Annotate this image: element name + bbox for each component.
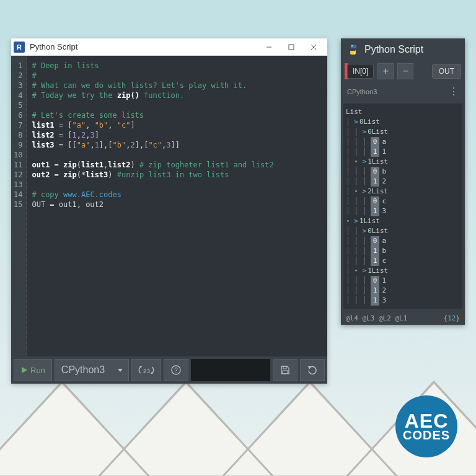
minimize-button[interactable]	[258, 40, 280, 55]
line-gutter: 123456789101112131415	[11, 56, 27, 356]
line-number: 11	[14, 160, 22, 170]
svg-point-20	[354, 53, 355, 54]
tree-row[interactable]: │ │ │ 1c	[346, 256, 460, 266]
tree-row[interactable]: │ │ │ 01	[346, 276, 460, 286]
tree-row[interactable]: │ │ │ 12	[346, 286, 460, 296]
tree-row[interactable]: │ │ │ 12	[346, 177, 460, 187]
tree-row[interactable]: │ │ │ 1b	[346, 246, 460, 256]
code-line[interactable]: # What can we do with lists? Let's play …	[32, 81, 322, 90]
svg-marker-18	[308, 366, 311, 369]
tree-row[interactable]: │ │ > 0 List	[346, 127, 460, 137]
line-number: 14	[14, 190, 22, 200]
code-line[interactable]: list2 = [1,2,3]	[32, 130, 322, 140]
output-port[interactable]: OUT	[432, 64, 461, 79]
code-line[interactable]	[32, 100, 322, 110]
tree-row[interactable]: │ │ │ 13	[346, 296, 460, 306]
logo-line1: AEC	[405, 412, 449, 430]
line-number: 2	[14, 71, 22, 81]
code-line[interactable]	[32, 150, 322, 160]
svg-rect-5	[289, 45, 294, 50]
code-line[interactable]	[32, 180, 322, 190]
code-line[interactable]: # Let's create some lists	[32, 110, 322, 120]
tree-row[interactable]: │ │ > 0 List	[346, 226, 460, 236]
code-line[interactable]: # Today we try the zip() function.	[32, 90, 322, 100]
svg-rect-17	[283, 371, 288, 374]
engine-select[interactable]: CPython3	[55, 359, 129, 381]
undo-icon	[307, 364, 318, 376]
editor-toolbar: Run CPython3 2 3 ?	[11, 356, 327, 384]
convert-icon: 2 3	[138, 365, 154, 375]
engine-label: CPython3	[61, 364, 105, 376]
run-button[interactable]: Run	[14, 359, 52, 381]
help-icon: ?	[170, 364, 182, 376]
tree-row[interactable]: │ │ │ 13	[346, 206, 460, 216]
tree-row[interactable]: │ │ │ 0c	[346, 196, 460, 206]
tree-row[interactable]: │ │ │ 0a	[346, 137, 460, 147]
dynamo-node-panel: Python Script IN[0] + − OUT CPython3 ⋮ L…	[341, 38, 465, 325]
line-number: 12	[14, 170, 22, 180]
code-line[interactable]: #	[32, 71, 322, 81]
toolbar-spacer	[191, 359, 270, 381]
code-line[interactable]: out2 = zip(*list3) #unzip list3 in two l…	[32, 170, 322, 180]
titlebar[interactable]: R Python Script	[11, 38, 327, 56]
tree-row[interactable]: │ • > 1 List	[346, 157, 460, 167]
save-button[interactable]	[273, 359, 298, 381]
tree-row[interactable]: • > 1 List	[346, 216, 460, 226]
code-line[interactable]: # Deep in lists	[32, 61, 322, 71]
line-number: 10	[14, 150, 22, 160]
line-number: 6	[14, 110, 22, 120]
input-port-label: IN[0]	[347, 64, 374, 79]
svg-text:3: 3	[147, 368, 150, 374]
code-content[interactable]: # Deep in lists## What can we do with li…	[27, 56, 327, 356]
svg-text:2: 2	[143, 368, 146, 374]
save-icon	[280, 364, 291, 376]
help-button[interactable]: ?	[164, 359, 188, 381]
svg-text:?: ?	[174, 367, 178, 374]
line-number: 5	[14, 100, 22, 110]
revert-button[interactable]	[300, 359, 325, 381]
line-number: 1	[14, 61, 22, 71]
svg-marker-8	[22, 367, 27, 373]
code-line[interactable]: # copy www.AEC.codes	[32, 190, 322, 200]
svg-point-19	[351, 45, 353, 46]
status-count: {12}	[444, 314, 461, 322]
output-tree[interactable]: List│ > 0 List│ │ > 0 List│ │ │ 0a│ │ │ …	[343, 104, 462, 309]
remove-input-button[interactable]: −	[397, 63, 413, 79]
run-label: Run	[30, 366, 45, 375]
line-number: 4	[14, 90, 22, 100]
python-editor-window: R Python Script 123456789101112131415 # …	[11, 38, 327, 384]
line-number: 9	[14, 140, 22, 150]
window-title: Python Script	[30, 42, 258, 51]
line-number: 3	[14, 81, 22, 90]
aec-logo: AEC CODES	[395, 395, 457, 457]
logo-line2: CODES	[403, 430, 450, 441]
close-button[interactable]	[302, 40, 325, 55]
node-subheader: CPython3 ⋮	[341, 82, 465, 101]
tree-row[interactable]: │ • > 1 List	[346, 266, 460, 276]
tree-row[interactable]: │ • > 2 List	[346, 187, 460, 196]
add-input-button[interactable]: +	[377, 63, 394, 79]
line-number: 15	[14, 200, 22, 209]
tree-row[interactable]: │ │ │ 0b	[346, 167, 460, 177]
node-engine-label: CPython3	[347, 88, 377, 95]
tree-row[interactable]: │ > 0 List	[346, 117, 460, 127]
line-number: 7	[14, 120, 22, 130]
tree-row[interactable]: List	[346, 107, 460, 117]
code-line[interactable]: OUT = out1, out2	[32, 200, 322, 209]
node-title: Python Script	[364, 44, 423, 55]
code-editor[interactable]: 123456789101112131415 # Deep in lists## …	[11, 56, 327, 356]
node-menu-button[interactable]: ⋮	[449, 86, 459, 97]
node-ports: IN[0] + − OUT	[341, 61, 465, 82]
input-port[interactable]: IN[0]	[345, 63, 374, 79]
convert-button[interactable]: 2 3	[131, 359, 161, 381]
tree-row[interactable]: │ │ │ 11	[346, 147, 460, 157]
tree-row[interactable]: │ │ │ 0a	[346, 236, 460, 246]
code-line[interactable]: list3 = [["a",1],["b",2],["c",3]]	[32, 140, 322, 150]
code-line[interactable]: list1 = ["a", "b", "c"]	[32, 120, 322, 130]
chevron-down-icon	[117, 367, 122, 373]
maximize-button[interactable]	[280, 40, 302, 55]
code-line[interactable]: out1 = zip(list1,list2) # zip togheter l…	[32, 160, 322, 170]
revit-icon: R	[14, 42, 25, 53]
node-status-bar: @l4 @L3 @L2 @L1 {12}	[341, 312, 465, 325]
node-header[interactable]: Python Script	[341, 38, 465, 61]
